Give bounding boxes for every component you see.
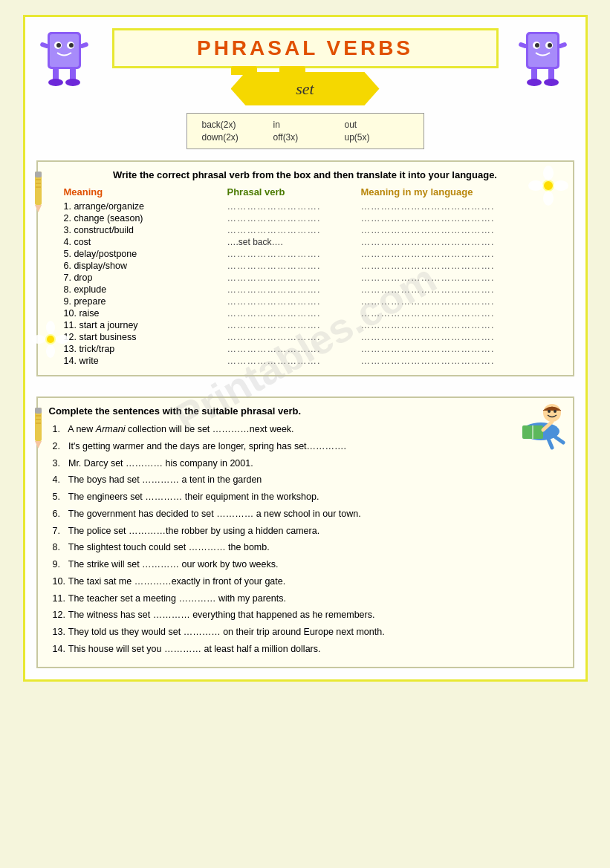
meaning-text-12: 12. start business	[64, 332, 227, 342]
meaning-text-11: 11. start a journey	[64, 320, 227, 330]
svg-line-56	[548, 439, 552, 448]
sentence-list: 1. A new Armani collection will be set ……	[49, 422, 562, 656]
sentence-num-13: 13.	[53, 625, 66, 639]
sentence-num-10: 10.	[53, 575, 66, 589]
word-item-6: up(5x)	[345, 132, 409, 143]
meaning-text-9: 9. prepare	[64, 296, 227, 307]
svg-rect-1	[50, 34, 79, 67]
sentence-num-5: 5.	[53, 490, 66, 504]
svg-point-38	[46, 345, 55, 358]
meaning-text-8: 8. explude	[64, 284, 227, 295]
meaning-text-3: 3. construct/build	[64, 225, 227, 235]
meaning-row-10: 10. raise ………………………. ………………………………….	[64, 308, 562, 319]
phrasal-dots-1: ……………………….	[227, 201, 361, 212]
meaning-text-7: 7. drop	[64, 273, 227, 283]
svg-point-35	[544, 181, 553, 190]
phrasal-dots-2: ……………………….	[227, 213, 361, 223]
meaning-text-13: 13. trick/trap	[64, 344, 227, 354]
meaning-row-12: 12. start business ………………………. ……………………………	[64, 332, 562, 342]
sentence-item-11: 11. The teacher set a meeting ………… with …	[53, 592, 562, 606]
banner-container: set	[36, 72, 574, 105]
meaning-text-5: 5. delay/postpone	[64, 249, 227, 259]
mylang-dots-6: ………………………………….	[361, 261, 562, 271]
phrasal-dots-7: ……………………….	[227, 273, 361, 283]
word-box: back(2x) in out down(2x) off(3x) up(5x)	[186, 113, 424, 149]
svg-point-4	[56, 43, 61, 48]
meaning-row-5: 5. delay/postpone ………………………. ………………………………	[64, 249, 562, 259]
phrasal-dots-10: ……………………….	[227, 308, 361, 319]
svg-point-5	[69, 43, 74, 48]
mylang-dots-3: ………………………………….	[361, 225, 562, 235]
pencil-icon-left	[29, 168, 48, 215]
meaning-row-6: 6. display/show ………………………. ……………………………………	[64, 261, 562, 271]
mylang-dots-7: ………………………………….	[361, 273, 562, 283]
meaning-text-2: 2. change (season)	[64, 213, 227, 223]
title-box: PHRASAL VERBS	[112, 28, 499, 68]
mylang-dots-13: ………………………………….	[361, 344, 562, 354]
sentence-num-9: 9.	[53, 558, 66, 572]
word-item-2: in	[273, 120, 337, 130]
svg-point-37	[46, 321, 55, 334]
mylang-dots-10: ………………………………….	[361, 308, 562, 319]
svg-point-32	[543, 191, 554, 206]
svg-rect-45	[36, 415, 41, 417]
svg-rect-46	[36, 419, 41, 420]
word-item-1: back(2x)	[202, 120, 266, 130]
meaning-row-7: 7. drop ………………………. ………………………………….	[64, 273, 562, 283]
meaning-row-1: 1. arrange/organize ………………………. …………………………	[64, 201, 562, 212]
svg-rect-13	[528, 34, 557, 67]
phrasal-dots-11: ……………………….	[227, 320, 361, 330]
svg-point-16	[535, 43, 539, 48]
mylang-dots-8: ………………………………….	[361, 284, 562, 295]
phrasal-dots-14: ……………………….	[227, 356, 361, 366]
svg-rect-44	[35, 408, 42, 414]
section1: Write the correct phrasal verb from the …	[36, 160, 574, 376]
phrasal-dots-5: ……………………….	[227, 249, 361, 259]
flower-deco-right	[528, 166, 569, 209]
sentence-num-7: 7.	[53, 524, 66, 538]
phrasal-setback-4: ….set back….	[227, 237, 361, 247]
phrasal-dots-9: ……………………….	[227, 296, 361, 307]
meaning-row-13: 13. trick/trap ………………………. ………………………………….	[64, 344, 562, 354]
sentence-item-8: 8. The slightest touch could set ………… th…	[53, 541, 562, 555]
mylang-dots-5: ………………………………….	[361, 249, 562, 259]
svg-point-40	[56, 335, 69, 344]
sentence-num-2: 2.	[53, 440, 66, 454]
kid-illustration	[511, 402, 567, 452]
sentence-num-6: 6.	[53, 507, 66, 521]
sentence-num-1: 1.	[53, 422, 66, 437]
sentence-item-13: 13. They told us they would set ………… on …	[53, 625, 562, 639]
phrasal-dots-8: ……………………….	[227, 284, 361, 295]
svg-point-33	[528, 180, 543, 191]
meaning-list: 1. arrange/organize ………………………. …………………………	[49, 201, 562, 366]
svg-point-31	[543, 166, 554, 180]
mylang-dots-4: ………………………………….	[361, 237, 562, 247]
svg-point-41	[47, 336, 54, 343]
section2: Complete the sentences with the suitable…	[36, 397, 574, 668]
meaning-text-10: 10. raise	[64, 308, 227, 319]
meaning-row-2: 2. change (season) ………………………. ……………………………	[64, 213, 562, 223]
col-phrasal-header: Phrasal verb	[227, 186, 361, 198]
meaning-text-14: 14. write	[64, 356, 227, 366]
meaning-row-3: 3. construct/build ………………………. ……………………………	[64, 225, 562, 235]
phrasal-dots-6: ……………………….	[227, 261, 361, 271]
sentence-item-12: 12. The witness has set ………… everything …	[53, 608, 562, 622]
mylang-dots-2: ………………………………….	[361, 213, 562, 223]
svg-marker-25	[35, 205, 42, 212]
sentence-item-6: 6. The government has decided to set …………	[53, 507, 562, 521]
sentence-num-3: 3.	[53, 457, 66, 471]
sentence-num-4: 4.	[53, 473, 66, 487]
mylang-dots-11: ………………………………….	[361, 320, 562, 330]
sentence-num-8: 8.	[53, 541, 66, 555]
sentence-item-4: 4. The boys had set ………… a tent in the g…	[53, 473, 562, 487]
sentence-item-9: 9. The strike will set ………… our work by …	[53, 558, 562, 572]
phrasal-dots-12: ……………………….	[227, 332, 361, 342]
mylang-dots-14: ………………………………….	[361, 356, 562, 366]
word-item-3: out	[345, 120, 409, 130]
section2-instruction: Complete the sentences with the suitable…	[49, 405, 562, 417]
meaning-text-6: 6. display/show	[64, 261, 227, 271]
sentence-item-7: 7. The police set …………the robber by usin…	[53, 524, 562, 538]
svg-point-50	[554, 410, 557, 413]
sentence-item-14: 14. This house will set you ………… at leas…	[53, 642, 562, 656]
columns-header: Meaning Phrasal verb Meaning in my langu…	[49, 186, 562, 198]
